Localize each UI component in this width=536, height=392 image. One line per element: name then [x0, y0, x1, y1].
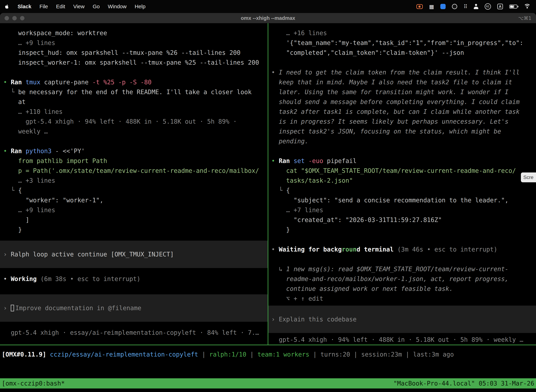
text-segment: cczip/essay/ai-reimplementation-copyleft: [50, 351, 198, 358]
terminal-line: at: [3, 97, 268, 107]
close-button[interactable]: [5, 16, 9, 20]
text-segment: ]: [3, 216, 29, 223]
text-segment: | turns:20 | session:23m | last:3m ago: [309, 351, 454, 358]
text-segment: later. Using the same for transition mig…: [271, 89, 509, 96]
text-segment: ralph:1/10: [209, 351, 246, 358]
terminal-line: pending.: [271, 136, 536, 146]
terminal-line: later. Using the same for transition mig…: [271, 87, 536, 97]
apple-menu-icon[interactable]: [4, 4, 10, 9]
round-app-icon[interactable]: [452, 4, 457, 9]
text-segment: continue assigned work or next feasible …: [271, 285, 453, 292]
text-segment: Ran: [279, 157, 293, 164]
wifi-dot: [526, 7, 528, 9]
menu-view[interactable]: View: [73, 4, 84, 9]
text-segment: •: [3, 148, 11, 154]
text-segment: inspect task2's JSON, focusing on the st…: [271, 128, 501, 135]
text-segment: workspace_mode: worktree: [3, 29, 107, 37]
text-segment: tasks/task-2.json": [271, 177, 353, 184]
blank-line: [271, 235, 536, 244]
terminal-line: from pathlib import Path: [3, 156, 268, 166]
tmux-status-bar: [omx-cczip0:bash* "MacBook-Pro-44.local"…: [0, 378, 536, 388]
menu-bar-left: Slack File Edit View Go Window Help: [4, 4, 145, 9]
text-segment: is in progress? It seems likely but perh…: [271, 118, 509, 125]
text-segment: |: [198, 351, 209, 358]
terminal-line: readme-and-reco/mailbox/worker-1.json, a…: [271, 274, 536, 284]
blank-line: [3, 136, 268, 146]
minimize-button[interactable]: [12, 16, 17, 20]
text-segment: •: [3, 79, 11, 86]
text-segment: from pathlib import Path: [3, 157, 107, 164]
menu-go[interactable]: Go: [93, 4, 100, 9]
right-pane[interactable]: … +16 lines '{"team_name":"my-team","tas…: [268, 23, 536, 345]
battery-percent-icon[interactable]: 61: [485, 3, 491, 10]
dots-grid-icon[interactable]: ⠿: [464, 4, 467, 10]
text-segment: d terminal: [357, 246, 397, 253]
window-shortcut-hint: ⌥⌘1: [518, 15, 531, 21]
terminal-content: workspace_mode: worktree … +9 lines insp…: [0, 23, 536, 345]
terminal-window: omx --xhigh --madmax ⌥⌘1 workspace_mode:…: [0, 13, 536, 392]
terminal-line: p = Path('.omx/state/team/review-current…: [3, 166, 268, 176]
text-segment: … +7 lines: [271, 206, 323, 214]
input-source-icon[interactable]: A: [497, 4, 503, 9]
text-segment: └: [3, 89, 18, 96]
text-segment: python3: [25, 148, 52, 154]
blank-line: [271, 254, 536, 264]
person-head: [475, 4, 477, 6]
ralph-loop-banner: › Ralph loop active continue [OMX_TMUX_I…: [0, 241, 268, 268]
text-segment: inspect_hud: omx sparkshell --tmux-pane …: [3, 49, 241, 56]
composer-input[interactable]: › Explain this codebase: [268, 306, 536, 333]
text-segment: team:1 workers: [258, 351, 309, 358]
omx-status-line-text: [OMX#0.11.9] cczip/essay/ai-reimplementa…: [2, 350, 536, 359]
text-segment: inspect_worker-1: omx sparkshell --tmux-…: [3, 59, 259, 66]
terminal-line: continue assigned work or next feasible …: [271, 284, 536, 294]
terminal-line: gpt-5.4 xhigh · 94% left · 488K in · 5.1…: [3, 117, 268, 126]
terminal-line: cat "$OMX_TEAM_STATE_ROOT/team/review-cu…: [271, 166, 536, 176]
menu-help[interactable]: Help: [135, 4, 146, 9]
text-segment: Waiting for backg: [279, 246, 342, 253]
composer-input[interactable]: › Improve documentation in @filename: [0, 294, 268, 322]
grid-icon[interactable]: ▦: [429, 4, 434, 10]
tmux-session-label[interactable]: [omx-cczip0:bash*: [2, 380, 65, 387]
working-status: • Working (6m 38s • esc to interrupt): [3, 274, 268, 284]
terminal-line: }: [3, 225, 268, 235]
text-segment: p = Path('.omx/state/team/review-current…: [3, 167, 259, 174]
person-icon[interactable]: [474, 4, 478, 9]
menu-edit[interactable]: Edit: [56, 4, 65, 9]
text-segment: should send a message before completing …: [271, 98, 520, 105]
text-segment: -euo: [308, 157, 323, 164]
menu-bar: Slack File Edit View Go Window Help ▦ ⠿ …: [0, 0, 536, 13]
tmux-host-time: "MacBook-Pro-44.local" 05:03 31-Mar-26: [393, 380, 534, 387]
text-segment: ↳: [271, 266, 286, 273]
text-segment: capture-pane: [40, 79, 92, 86]
text-segment: gpt-5.4 xhigh · 94% left · 488K in · 5.1…: [271, 336, 523, 343]
terminal-line: └ be necessary for the end of the README…: [3, 87, 268, 97]
text-segment: ›: [3, 304, 11, 312]
app-menu-slack[interactable]: Slack: [18, 4, 31, 9]
text-segment: cat "$OMX_TEAM_STATE_ROOT/team/review-cu…: [271, 167, 516, 174]
text-segment: └: [3, 187, 18, 194]
wifi-icon[interactable]: [524, 4, 531, 9]
text-segment: be necessary for the end of the README. …: [18, 89, 252, 96]
battery-icon[interactable]: ϟ: [509, 5, 517, 9]
terminal-line: weekly …: [3, 126, 268, 136]
text-segment: [46, 351, 50, 358]
text-segment: '{"team_name":"my-team","task_id":"1","f…: [271, 39, 523, 46]
text-segment: •: [3, 275, 11, 282]
text-segment: "completed","claim_token":"claim-token"}…: [271, 49, 464, 56]
left-pane[interactable]: workspace_mode: worktree … +9 lines insp…: [0, 23, 268, 345]
menu-file[interactable]: File: [39, 4, 48, 9]
blue-app-icon[interactable]: [440, 4, 446, 9]
window-title-bar[interactable]: omx --xhigh --madmax ⌥⌘1: [0, 13, 536, 23]
terminal-line: • Ran python3 - <<'PY': [3, 146, 268, 156]
record-stop-square: [419, 6, 421, 8]
blank-line: [3, 67, 268, 77]
menu-window[interactable]: Window: [108, 4, 127, 9]
text-segment: - <<'PY': [52, 148, 85, 154]
screenshot-popup[interactable]: Scre: [521, 173, 536, 182]
terminal-line: • Ran set -euo pipefail: [271, 156, 536, 166]
text-segment: |: [246, 351, 258, 358]
text-segment: task2 after task1 is complete, but can I…: [271, 108, 520, 115]
zoom-button[interactable]: [20, 16, 24, 20]
screen-recording-icon[interactable]: [416, 4, 423, 9]
terminal-line: … +7 lines: [271, 205, 536, 215]
